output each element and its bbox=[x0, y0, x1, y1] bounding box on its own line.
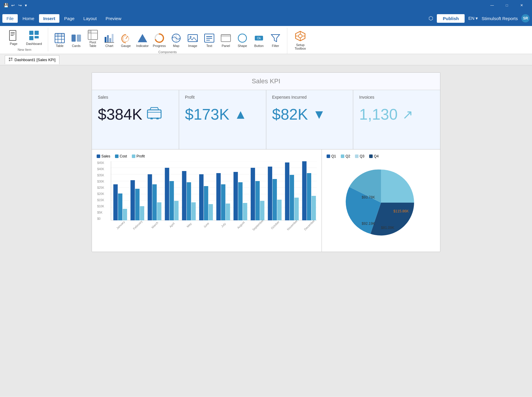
svg-rect-103 bbox=[307, 173, 311, 220]
ribbon-item-progress[interactable]: Progress bbox=[151, 31, 168, 49]
undo-icon[interactable]: ↩ bbox=[11, 3, 15, 8]
svg-rect-4 bbox=[29, 31, 33, 35]
svg-rect-104 bbox=[312, 196, 316, 220]
svg-rect-13 bbox=[55, 33, 64, 36]
svg-rect-96 bbox=[268, 167, 272, 220]
ribbon-item-chart[interactable]: Chart bbox=[101, 31, 117, 49]
kpi-card-profit: Profit $173K ▲ bbox=[179, 90, 266, 149]
svg-rect-99 bbox=[285, 162, 289, 220]
ribbon-group-new-item-label: New Item bbox=[18, 48, 31, 51]
publish-button[interactable]: Publish bbox=[437, 14, 465, 23]
ribbon-item-filter-label: Filter bbox=[272, 44, 279, 48]
menu-item-layout[interactable]: Layout bbox=[79, 14, 101, 23]
ribbon-item-panel-label: Panel bbox=[222, 44, 230, 48]
minimize-button[interactable]: — bbox=[485, 0, 499, 11]
svg-marker-45 bbox=[271, 35, 280, 42]
ribbon-group-components-label: Components bbox=[158, 50, 177, 54]
svg-text:$115.86K: $115.86K bbox=[393, 209, 409, 213]
svg-rect-93 bbox=[251, 168, 255, 220]
bar-chart-legend: Sales Cost Profit bbox=[97, 154, 317, 158]
ribbon-item-cards[interactable]: Cards bbox=[68, 31, 84, 49]
svg-rect-54 bbox=[11, 60, 12, 61]
kpi-label-profit: Profit bbox=[185, 95, 260, 100]
ribbon-item-dashboard[interactable]: Dashboard bbox=[24, 28, 44, 47]
svg-rect-88 bbox=[221, 184, 226, 220]
tab-bar: Dashboard1 [Sales KPI] bbox=[0, 54, 532, 65]
menu-item-page[interactable]: Page bbox=[60, 14, 79, 23]
svg-rect-51 bbox=[9, 58, 10, 59]
ribbon-item-shape[interactable]: Shape bbox=[234, 31, 250, 49]
kpi-label-expenses: Expenses Incurred bbox=[272, 95, 347, 100]
ribbon-item-table[interactable]: Table bbox=[52, 31, 68, 49]
svg-rect-85 bbox=[204, 186, 208, 220]
legend-q3: Q3 bbox=[355, 154, 364, 158]
svg-point-42 bbox=[238, 34, 246, 42]
menu-item-home[interactable]: Home bbox=[18, 14, 38, 23]
menu-right: ⬡ Publish EN ▾ Stimulsoft Reports SR bbox=[429, 14, 530, 23]
kpi-row: Sales $384K Profit $173K ▲ Expenses Inc bbox=[92, 90, 440, 149]
menu-item-file[interactable]: File bbox=[2, 14, 18, 23]
maximize-button[interactable]: □ bbox=[500, 0, 514, 11]
ribbon: Page Dashboard New Item Table bbox=[0, 26, 532, 54]
menu-item-preview[interactable]: Preview bbox=[101, 14, 125, 23]
svg-rect-87 bbox=[216, 173, 221, 220]
legend-cost: Cost bbox=[115, 154, 127, 158]
ribbon-item-cards-label: Cards bbox=[72, 44, 80, 48]
tab-dashboard1[interactable]: Dashboard1 [Sales KPI] bbox=[5, 55, 59, 64]
ribbon-item-pivot[interactable]: PivotTable bbox=[85, 28, 101, 49]
ribbon-item-indicator-label: Indicator bbox=[136, 44, 149, 48]
ribbon-item-page-label: Page bbox=[10, 42, 17, 45]
svg-rect-78 bbox=[165, 168, 169, 220]
svg-rect-70 bbox=[118, 193, 122, 220]
close-button[interactable]: ✕ bbox=[515, 0, 528, 11]
ribbon-item-gauge[interactable]: Gauge bbox=[118, 31, 134, 49]
charts-row: Sales Cost Profit $45K$40K$35K$30K$25K$2… bbox=[92, 149, 440, 252]
svg-text:$81.09K: $81.09K bbox=[381, 226, 394, 230]
bar-chart-svg bbox=[111, 161, 317, 220]
svg-rect-83 bbox=[191, 202, 196, 220]
ribbon-item-button-label: Button bbox=[254, 44, 264, 48]
ribbon-item-image[interactable]: Image bbox=[185, 31, 201, 49]
legend-label-q3: Q3 bbox=[360, 154, 364, 158]
tab-dashboard-icon bbox=[9, 57, 13, 62]
redo-icon[interactable]: ↪ bbox=[18, 3, 22, 8]
svg-rect-6 bbox=[29, 36, 33, 40]
legend-dot-cost bbox=[115, 154, 119, 158]
kpi-card-sales: Sales $384K bbox=[92, 90, 179, 149]
ribbon-item-button[interactable]: Ok Button bbox=[251, 31, 267, 49]
y-axis: $45K$40K$35K$30K$25K$20K$15K$10K$5K$0 bbox=[97, 161, 104, 220]
svg-line-27 bbox=[126, 36, 128, 39]
ribbon-item-gauge-label: Gauge bbox=[121, 44, 131, 48]
avatar: SR bbox=[521, 14, 530, 22]
svg-rect-41 bbox=[221, 35, 231, 37]
ribbon-item-map[interactable]: Map bbox=[168, 31, 184, 49]
svg-rect-53 bbox=[9, 60, 10, 61]
save-icon[interactable]: 💾 bbox=[4, 3, 8, 8]
svg-rect-15 bbox=[77, 35, 81, 42]
svg-rect-20 bbox=[105, 37, 106, 42]
ribbon-item-setup-toolbox[interactable]: SetupToolbox bbox=[291, 28, 310, 51]
kpi-label-invoices: Invoices bbox=[359, 95, 434, 100]
lang-selector[interactable]: EN ▾ bbox=[468, 16, 478, 21]
ribbon-item-indicator[interactable]: Indicator bbox=[134, 31, 150, 49]
svg-rect-75 bbox=[148, 174, 152, 220]
dashboard-title: Sales KPI bbox=[92, 73, 440, 90]
share-icon[interactable]: ⬡ bbox=[429, 15, 433, 22]
ribbon-item-text[interactable]: Text bbox=[201, 31, 217, 49]
svg-rect-82 bbox=[187, 182, 191, 220]
bar-chart-container: Sales Cost Profit $45K$40K$35K$30K$25K$2… bbox=[92, 149, 322, 252]
ribbon-item-map-label: Map bbox=[173, 44, 179, 48]
ribbon-item-progress-label: Progress bbox=[153, 44, 166, 48]
ribbon-item-panel[interactable]: Panel bbox=[218, 31, 234, 49]
svg-rect-7 bbox=[35, 36, 39, 38]
legend-q1: Q1 bbox=[327, 154, 336, 158]
menu-item-insert[interactable]: Insert bbox=[39, 14, 59, 23]
svg-rect-2 bbox=[11, 34, 15, 34]
ribbon-item-page[interactable]: Page bbox=[5, 28, 22, 47]
ribbon-item-filter[interactable]: Filter bbox=[267, 31, 283, 49]
svg-rect-19 bbox=[88, 30, 91, 33]
kpi-icon-sales bbox=[147, 106, 162, 123]
ribbon-group-new-item: Page Dashboard New Item bbox=[5, 28, 48, 51]
legend-q2: Q2 bbox=[341, 154, 350, 158]
legend-dot-q4 bbox=[369, 154, 373, 158]
